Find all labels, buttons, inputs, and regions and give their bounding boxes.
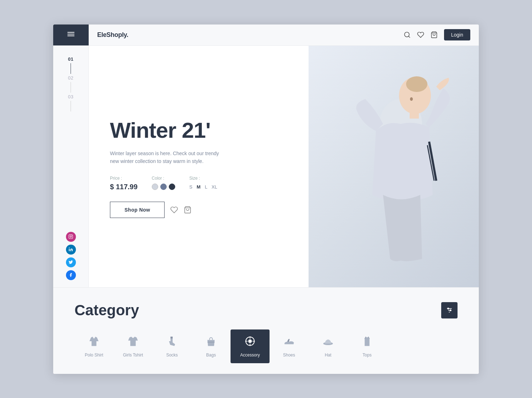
hero-text: Winter 21' Winter layer season is here. …: [110, 118, 266, 218]
svg-point-10: [69, 247, 70, 248]
color-swatch-light[interactable]: [152, 184, 158, 190]
size-group: Size : S M L XL: [189, 176, 217, 190]
svg-rect-15: [410, 108, 419, 119]
svg-point-7: [70, 236, 71, 237]
svg-rect-6: [69, 235, 73, 239]
instagram-icon: [68, 234, 73, 239]
hamburger-icon: [67, 30, 75, 39]
svg-rect-24: [171, 337, 173, 338]
category-title: Category: [74, 302, 139, 319]
search-button[interactable]: [404, 31, 411, 38]
color-label: Color :: [152, 176, 175, 181]
svg-point-23: [450, 310, 451, 311]
tshirt-icon-svg: [127, 335, 139, 347]
social-icons: [66, 218, 76, 280]
hero-title: Winter 21': [110, 118, 266, 142]
category-tops[interactable]: Tops: [348, 329, 387, 363]
shoes-icon: [283, 335, 295, 350]
shoes-icon-svg: [283, 335, 295, 347]
category-hat[interactable]: Hat: [309, 329, 348, 363]
heart-outline-icon: [170, 206, 178, 214]
hero-image-bg: [309, 46, 479, 287]
login-button[interactable]: Login: [444, 29, 470, 40]
product-details: Price : $ 117.99 Color :: [110, 176, 266, 191]
facebook-icon: [68, 273, 73, 277]
socks-label: Socks: [166, 353, 178, 358]
slide-line-1: [71, 63, 71, 74]
logo: EleShoply.: [89, 31, 404, 39]
category-polo-shirt[interactable]: Polo Shirt: [74, 329, 113, 363]
size-s[interactable]: S: [189, 184, 193, 190]
polo-shirt-label: Polo Shirt: [85, 353, 103, 358]
category-bags[interactable]: Bags: [192, 329, 231, 363]
instagram-button[interactable]: [66, 232, 76, 242]
size-m[interactable]: M: [197, 184, 201, 190]
girls-tshirt-label: Girls Tshirt: [123, 353, 143, 358]
category-items: Polo Shirt Girls Tshirt Socks: [74, 329, 458, 363]
accessory-label: Accessory: [240, 353, 260, 358]
tops-icon: [361, 335, 373, 350]
cart-icon: [431, 31, 438, 38]
header-actions: Login: [404, 29, 479, 40]
size-l[interactable]: L: [205, 184, 207, 190]
menu-button[interactable]: [53, 24, 89, 46]
filter-button[interactable]: [441, 302, 458, 318]
polo-icon-svg: [88, 335, 100, 347]
category-shoes[interactable]: Shoes: [270, 329, 309, 363]
size-options: S M L XL: [189, 184, 217, 190]
color-swatches: [152, 184, 175, 190]
bags-label: Bags: [206, 353, 216, 358]
slide-02[interactable]: 02: [68, 75, 73, 81]
color-swatch-mid[interactable]: [160, 184, 167, 190]
sidebar: 01 02 03: [53, 46, 89, 287]
cart-outline-icon: [184, 206, 192, 214]
bags-icon-svg: [205, 335, 217, 347]
category-girls-tshirt[interactable]: Girls Tshirt: [113, 329, 153, 363]
hero-image: [309, 46, 479, 287]
filter-icon: [446, 307, 453, 314]
slide-03[interactable]: 03: [68, 94, 73, 99]
svg-point-8: [72, 235, 72, 236]
hero-description: Winter layer season is here. Check out o…: [110, 149, 223, 165]
category-socks[interactable]: Socks: [153, 329, 192, 363]
socks-icon: [166, 335, 178, 350]
shoes-label: Shoes: [283, 353, 295, 358]
linkedin-button[interactable]: [66, 245, 76, 255]
slide-01[interactable]: 01: [68, 56, 73, 62]
price-label: Price :: [110, 176, 138, 181]
slide-line-3: [71, 101, 71, 111]
search-icon: [404, 31, 411, 38]
tops-icon-svg: [361, 335, 373, 347]
svg-point-16: [410, 97, 413, 101]
linkedin-icon: [68, 247, 73, 252]
svg-rect-31: [253, 341, 255, 342]
category-header: Category: [74, 302, 458, 319]
bags-icon: [205, 335, 217, 350]
polo-shirt-icon: [88, 335, 100, 350]
main-layout: 01 02 03: [53, 46, 479, 287]
twitter-button[interactable]: [66, 257, 76, 267]
hero-inner: Winter 21' Winter layer season is here. …: [110, 64, 461, 273]
heart-icon: [417, 31, 424, 38]
socks-icon-svg: [166, 335, 178, 347]
hero-model-illustration: [337, 53, 465, 280]
hero-wishlist-button[interactable]: [170, 206, 178, 214]
slide-indicators: 01 02 03: [68, 56, 73, 113]
page-wrapper: EleShoply. Login 01: [53, 24, 479, 374]
hat-icon: [322, 335, 334, 350]
price-group: Price : $ 117.99: [110, 176, 138, 191]
slide-line-2: [71, 82, 71, 93]
header: EleShoply. Login: [53, 24, 479, 46]
wishlist-button[interactable]: [417, 31, 424, 38]
shop-now-button[interactable]: Shop Now: [110, 202, 165, 218]
facebook-button[interactable]: [66, 270, 76, 280]
category-accessory[interactable]: Accessory: [231, 329, 270, 363]
color-swatch-dark[interactable]: [169, 184, 175, 190]
hero-cart-button[interactable]: [184, 206, 192, 214]
twitter-icon: [68, 260, 73, 265]
hero-actions: Shop Now: [110, 202, 266, 218]
cart-button[interactable]: [431, 31, 438, 38]
hero-section: Winter 21' Winter layer season is here. …: [89, 46, 479, 287]
size-xl[interactable]: XL: [212, 184, 217, 190]
accessory-icon: [244, 335, 256, 350]
